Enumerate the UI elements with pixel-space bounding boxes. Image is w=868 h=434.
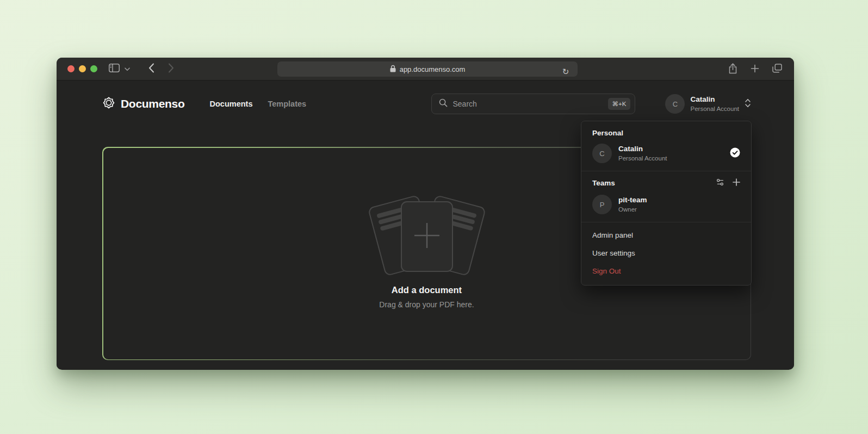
chevron-right-icon — [168, 63, 174, 75]
personal-account-type: Personal Account — [618, 155, 667, 162]
sign-out-item[interactable]: Sign Out — [581, 262, 751, 280]
share-button[interactable] — [726, 61, 740, 77]
search-input[interactable] — [452, 100, 603, 108]
add-team-button[interactable] — [733, 178, 740, 188]
search-box[interactable]: ⌘+K — [431, 94, 635, 114]
sidebar-icon — [109, 64, 120, 74]
nav-documents[interactable]: Documents — [210, 100, 253, 108]
brand-name: Documenso — [121, 97, 185, 110]
chevron-left-icon — [148, 63, 154, 75]
team-text: pit-team Owner — [618, 195, 740, 214]
search-icon — [439, 98, 448, 109]
refresh-button[interactable]: ↻ — [559, 64, 573, 79]
plus-icon — [733, 178, 740, 188]
back-button[interactable] — [144, 61, 158, 77]
plus-icon — [751, 64, 759, 75]
personal-account-name: Catalin — [618, 145, 643, 153]
share-icon — [728, 63, 737, 76]
team-name: pit-team — [618, 196, 647, 204]
close-window-button[interactable] — [67, 65, 75, 72]
account-text: Catalin Personal Account — [690, 95, 739, 114]
account-menu-button[interactable]: C Catalin Personal Account — [665, 94, 751, 114]
document-card-center — [401, 201, 453, 272]
personal-account-text: Catalin Personal Account — [618, 144, 723, 163]
minimize-window-button[interactable] — [79, 65, 86, 72]
dropzone-subtitle: Drag & drop your PDF here. — [103, 300, 751, 309]
plus-icon — [414, 222, 440, 251]
app-content: Documenso Documents Templates ⌘+K C — [57, 80, 794, 369]
document-cards-illustration — [356, 193, 498, 274]
sidebar-toggle-button[interactable] — [107, 61, 121, 77]
brand-link[interactable]: Documenso — [102, 96, 185, 111]
tabs-icon — [772, 64, 782, 75]
lock-icon — [390, 65, 396, 74]
avatar: C — [665, 94, 685, 114]
team-role: Owner — [618, 206, 637, 213]
tab-overview-button[interactable] — [770, 61, 784, 77]
chevrons-up-down-icon — [745, 98, 751, 109]
tab-group-menu-button[interactable] — [122, 61, 132, 77]
account-type: Personal Account — [690, 106, 739, 112]
browser-titlebar: app.documenso.com ↻ — [57, 58, 794, 80]
teams-section-header: Teams — [581, 171, 751, 193]
url-text: app.documenso.com — [400, 65, 466, 73]
forward-button[interactable] — [164, 61, 178, 77]
teams-section-label: Teams — [592, 179, 716, 187]
new-tab-button[interactable] — [748, 61, 762, 77]
user-settings-item[interactable]: User settings — [581, 244, 751, 262]
address-bar[interactable]: app.documenso.com ↻ — [277, 61, 578, 77]
search-shortcut-badge: ⌘+K — [608, 98, 631, 110]
menu-actions: Admin panel User settings Sign Out — [581, 222, 751, 285]
main-nav: Documents Templates — [210, 100, 307, 108]
avatar: C — [592, 144, 612, 163]
chevron-down-icon — [125, 65, 130, 73]
dropzone-title: Add a document — [103, 285, 751, 295]
account-dropdown-menu: Personal C Catalin Personal Account Team… — [581, 121, 752, 286]
nav-templates[interactable]: Templates — [268, 100, 306, 108]
personal-account-item[interactable]: C Catalin Personal Account — [581, 141, 751, 171]
traffic-lights — [67, 65, 97, 72]
titlebar-right-actions — [726, 58, 784, 80]
refresh-icon: ↻ — [562, 67, 569, 77]
account-name: Catalin — [690, 95, 715, 103]
team-item-pit-team[interactable]: P pit-team Owner — [581, 193, 751, 222]
sliders-icon — [716, 178, 724, 188]
manage-teams-button[interactable] — [716, 178, 724, 188]
zoom-window-button[interactable] — [90, 65, 97, 72]
check-circle-icon — [730, 147, 740, 159]
browser-window: app.documenso.com ↻ — [57, 58, 794, 370]
avatar: P — [592, 195, 612, 214]
admin-panel-item[interactable]: Admin panel — [581, 226, 751, 244]
documenso-logo-icon — [102, 96, 115, 111]
personal-section-label: Personal — [581, 121, 751, 141]
